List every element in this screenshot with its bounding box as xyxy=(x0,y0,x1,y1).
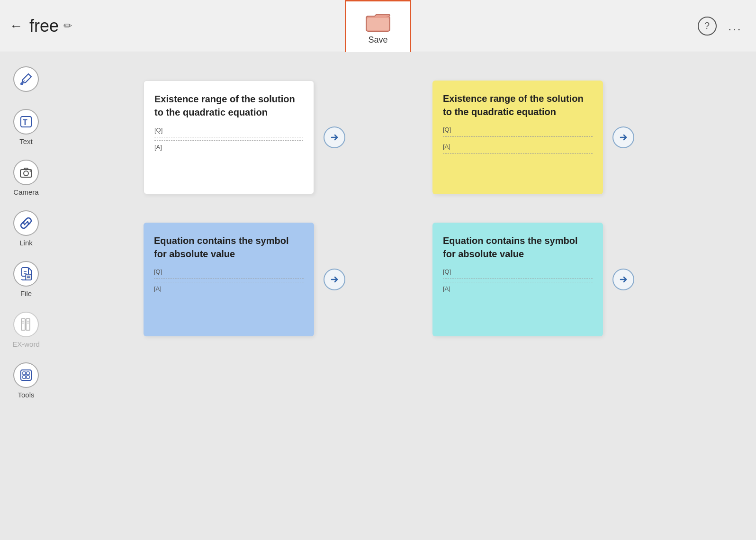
help-button[interactable]: ? xyxy=(698,17,717,36)
card-3-title: Equation contains the symbol for absolut… xyxy=(154,234,304,261)
title-area: free ✏ xyxy=(29,16,72,36)
more-button[interactable]: ... xyxy=(728,18,742,34)
exword-icon xyxy=(19,317,33,332)
svg-rect-23 xyxy=(23,372,26,375)
svg-rect-16 xyxy=(21,319,25,330)
card-3: Equation contains the symbol for absolut… xyxy=(144,223,314,336)
sidebar-item-text[interactable]: T Text xyxy=(5,104,47,150)
sidebar-text-label: Text xyxy=(19,137,33,145)
card-1-a-label: [A] xyxy=(154,144,162,151)
link-icon xyxy=(19,216,33,230)
arrow-right-icon-3 xyxy=(329,274,340,285)
camera-icon xyxy=(19,165,33,180)
card-4: Equation contains the symbol for absolut… xyxy=(432,223,603,336)
svg-rect-22 xyxy=(21,370,31,380)
card-3-q-label: [Q] xyxy=(154,268,162,275)
sidebar-item-file[interactable]: File xyxy=(5,256,47,302)
card-2-q-label: [Q] xyxy=(443,126,451,133)
svg-line-9 xyxy=(24,221,28,225)
sidebar-item-link[interactable]: Link xyxy=(5,206,47,252)
svg-point-7 xyxy=(24,171,28,176)
card-4-arrow[interactable] xyxy=(612,269,634,290)
arrow-right-icon-4 xyxy=(618,274,629,285)
sidebar-camera-label: Camera xyxy=(13,188,38,196)
card-4-a-label: [A] xyxy=(443,285,450,292)
svg-rect-24 xyxy=(27,372,29,375)
tools-icon xyxy=(19,368,33,382)
card-2-a-label: [A] xyxy=(443,143,450,150)
folder-icon xyxy=(365,11,391,32)
project-title: free xyxy=(29,16,59,36)
card-4-title: Equation contains the symbol for absolut… xyxy=(443,234,593,261)
text-icon-wrap: T xyxy=(13,109,39,135)
svg-rect-17 xyxy=(26,319,30,330)
pen-icon-wrap xyxy=(13,66,39,92)
card-grid: Existence range of the solution to the q… xyxy=(144,81,665,336)
svg-rect-25 xyxy=(23,376,26,378)
sidebar-link-label: Link xyxy=(19,239,33,247)
svg-point-8 xyxy=(30,171,31,172)
card-row-2: Existence range of the solution to the q… xyxy=(432,81,665,194)
save-label: Save xyxy=(368,35,387,45)
file-icon-wrap xyxy=(13,261,39,287)
edit-icon[interactable]: ✏ xyxy=(63,20,72,32)
card-row-3: Equation contains the symbol for absolut… xyxy=(144,223,376,336)
svg-rect-1 xyxy=(367,18,389,30)
svg-rect-13 xyxy=(26,274,31,280)
sidebar-exword-label: EX-word xyxy=(12,340,40,348)
sidebar-item-camera[interactable]: Camera xyxy=(5,155,47,201)
tools-icon-wrap xyxy=(13,362,39,388)
card-2-title: Existence range of the solution to the q… xyxy=(443,92,593,118)
main-content: Existence range of the solution to the q… xyxy=(52,52,756,540)
svg-rect-26 xyxy=(27,376,29,378)
camera-icon-wrap xyxy=(13,160,39,185)
file-icon xyxy=(19,267,33,281)
sidebar-item-pen[interactable] xyxy=(5,62,47,99)
top-bar: ← free ✏ Save ? ... xyxy=(0,0,756,52)
back-button[interactable]: ← xyxy=(9,19,23,33)
sidebar-tools-label: Tools xyxy=(18,391,34,399)
arrow-right-icon xyxy=(329,132,340,143)
link-icon-wrap xyxy=(13,210,39,236)
sidebar: T Text Camera Link xyxy=(0,52,52,540)
card-1-arrow[interactable] xyxy=(324,126,345,148)
card-3-a-label: [A] xyxy=(154,285,162,292)
card-2: Existence range of the solution to the q… xyxy=(432,81,603,194)
card-3-arrow[interactable] xyxy=(324,269,345,290)
card-4-q-label: [Q] xyxy=(443,268,451,275)
text-icon: T xyxy=(19,115,33,129)
pen-icon xyxy=(19,72,33,86)
arrow-right-icon-2 xyxy=(618,132,629,143)
card-row-4: Equation contains the symbol for absolut… xyxy=(432,223,665,336)
exword-icon-wrap xyxy=(13,312,39,337)
card-1: Existence range of the solution to the q… xyxy=(144,81,314,194)
sidebar-item-tools[interactable]: Tools xyxy=(5,358,47,404)
svg-text:T: T xyxy=(23,118,27,126)
card-2-arrow[interactable] xyxy=(612,126,634,148)
svg-point-3 xyxy=(20,82,23,85)
top-right-actions: ? ... xyxy=(698,17,742,36)
sidebar-file-label: File xyxy=(20,289,32,297)
card-1-title: Existence range of the solution to the q… xyxy=(154,92,303,119)
card-row-1: Existence range of the solution to the q… xyxy=(144,81,376,194)
card-1-q-label: [Q] xyxy=(154,126,162,134)
sidebar-item-exword[interactable]: EX-word xyxy=(5,307,47,353)
save-button[interactable]: Save xyxy=(345,0,411,56)
